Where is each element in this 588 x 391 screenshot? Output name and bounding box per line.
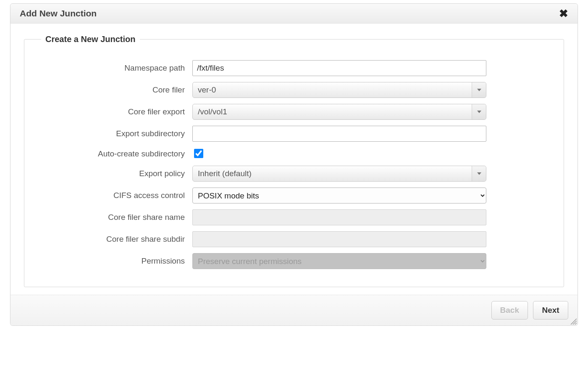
svg-marker-0 [477, 89, 481, 91]
create-junction-fieldset: Create a New Junction Namespace path Cor… [24, 34, 564, 287]
export-policy-select[interactable]: Inherit (default) [192, 166, 486, 182]
fieldset-legend: Create a New Junction [41, 34, 140, 44]
label-export-policy: Export policy [41, 169, 192, 178]
label-permissions: Permissions [41, 256, 192, 266]
svg-line-4 [573, 321, 577, 325]
export-subdirectory-input[interactable] [192, 126, 486, 142]
label-core-filer-share-subdir: Core filer share subdir [41, 235, 192, 244]
core-filer-export-value: /vol/vol1 [198, 107, 472, 116]
dialog-title: Add New Junction [20, 8, 97, 18]
label-export-subdirectory: Export subdirectory [41, 129, 192, 138]
dialog-footer: Back Next [10, 295, 578, 325]
label-namespace-path: Namespace path [41, 63, 192, 73]
svg-line-5 [575, 323, 577, 325]
back-button: Back [491, 301, 528, 320]
label-core-filer-share-name: Core filer share name [41, 213, 192, 222]
auto-create-subdirectory-checkbox[interactable] [194, 149, 203, 158]
resize-grip-icon[interactable] [569, 317, 577, 325]
label-auto-create-subdirectory: Auto-create subdirectory [41, 149, 192, 159]
svg-marker-2 [477, 172, 481, 175]
core-filer-value: ver-0 [198, 85, 472, 95]
dialog-body: Create a New Junction Namespace path Cor… [10, 24, 578, 295]
cifs-access-control-select[interactable]: POSIX mode bits [192, 188, 486, 203]
chevron-down-icon [472, 166, 486, 181]
core-filer-select[interactable]: ver-0 [192, 82, 486, 98]
svg-marker-1 [477, 111, 481, 113]
chevron-down-icon [472, 104, 486, 119]
close-icon[interactable]: ✖ [557, 8, 570, 19]
label-cifs-access-control: CIFS access control [41, 191, 192, 200]
chevron-down-icon [472, 82, 486, 98]
namespace-path-input[interactable] [192, 60, 486, 76]
permissions-select: Preserve current permissions [192, 253, 486, 269]
core-filer-export-select[interactable]: /vol/vol1 [192, 104, 486, 120]
export-policy-value: Inherit (default) [198, 169, 472, 178]
label-core-filer: Core filer [41, 85, 192, 95]
add-junction-dialog: Add New Junction ✖ Create a New Junction… [10, 3, 578, 326]
core-filer-share-subdir-input [192, 231, 486, 247]
core-filer-share-name-input [192, 209, 486, 225]
next-button[interactable]: Next [533, 301, 568, 320]
label-core-filer-export: Core filer export [41, 107, 192, 116]
dialog-titlebar: Add New Junction ✖ [10, 4, 578, 24]
